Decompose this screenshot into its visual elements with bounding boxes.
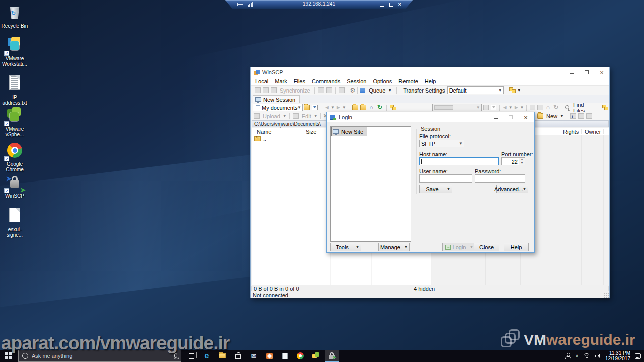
- taskbar-vmware-workstation[interactable]: [262, 350, 276, 362]
- back-icon[interactable]: ◄: [324, 105, 330, 110]
- manage-dropdown-icon[interactable]: ▼: [402, 243, 409, 251]
- parent-directory-row[interactable]: ..: [253, 136, 266, 142]
- tab-new-session[interactable]: New Session: [253, 95, 300, 103]
- taskbar-clock[interactable]: 11:31 PM 12/19/2017: [605, 350, 630, 361]
- desktop-icon-recycle-bin[interactable]: ↻ Recycle Bin: [0, 4, 29, 29]
- local-drive-combo[interactable]: My documents ▼: [253, 104, 303, 111]
- help-button[interactable]: Help: [504, 243, 529, 251]
- action-center-icon[interactable]: [635, 353, 641, 359]
- new-icon: [537, 113, 543, 119]
- back-dropdown-icon[interactable]: ▼: [331, 105, 335, 110]
- console-icon[interactable]: [326, 87, 332, 93]
- console-minimize-icon[interactable]: [380, 6, 384, 7]
- session-icon: [255, 97, 261, 102]
- root-directory-icon[interactable]: [360, 105, 366, 110]
- taskbar-mail[interactable]: ✉: [247, 350, 261, 362]
- wifi-icon[interactable]: [583, 353, 590, 359]
- people-icon[interactable]: [565, 353, 571, 359]
- forward-icon[interactable]: ►: [336, 105, 341, 110]
- winscp-titlebar[interactable]: WinSCP: [251, 67, 609, 77]
- taskbar-chrome[interactable]: [293, 350, 307, 362]
- new-dropdown-icon[interactable]: ▼: [560, 114, 564, 118]
- filter-icon[interactable]: [312, 105, 318, 110]
- site-item-new-site[interactable]: New Site: [331, 127, 367, 136]
- desktop-icon-vmware-vsphere[interactable]: ↗ VMware vSphe...: [0, 107, 29, 137]
- taskbar-store[interactable]: [231, 350, 245, 362]
- vmware-workstation-icon: ↗: [5, 37, 24, 55]
- user-name-input[interactable]: [419, 174, 472, 183]
- preset-dropdown-icon[interactable]: ▼: [517, 88, 521, 93]
- column-name[interactable]: Name: [257, 129, 271, 135]
- forward-dropdown-icon[interactable]: ▼: [342, 105, 346, 110]
- open-in-explorer-icon[interactable]: [390, 105, 396, 110]
- desktop-icon-esxui-cert[interactable]: esxui-signe...: [0, 208, 29, 238]
- watermark-vm-text: VM: [524, 331, 546, 348]
- tools-dropdown-icon[interactable]: ▼: [354, 243, 361, 251]
- save-dropdown-icon[interactable]: ▼: [445, 185, 452, 193]
- commander-layout-icon[interactable]: [255, 87, 261, 93]
- parent-directory-icon[interactable]: [352, 105, 358, 110]
- taskbar-notepad[interactable]: [278, 350, 292, 362]
- refresh-icon[interactable]: ↻: [377, 105, 383, 110]
- speaker-icon[interactable]: [595, 353, 601, 359]
- new-button[interactable]: New: [546, 113, 557, 119]
- login-minimize-button[interactable]: [488, 112, 503, 122]
- advanced-dropdown-icon[interactable]: ▼: [521, 185, 528, 193]
- chrome-icon: [297, 352, 304, 359]
- open-directory-icon[interactable]: [304, 105, 310, 110]
- menu-commands[interactable]: Commands: [312, 78, 340, 84]
- taskbar-vsphere[interactable]: [309, 350, 323, 362]
- console-close-icon[interactable]: ×: [398, 2, 401, 7]
- home-directory-icon[interactable]: ⌂: [368, 105, 375, 110]
- queue-button[interactable]: Queue: [369, 87, 385, 94]
- spin-up-icon[interactable]: ▲: [519, 158, 525, 161]
- menu-local[interactable]: Local: [255, 78, 268, 84]
- transfer-preset-icon[interactable]: [509, 87, 516, 93]
- menu-options[interactable]: Options: [373, 78, 392, 84]
- login-close-button[interactable]: ×: [518, 112, 533, 122]
- resize-grip[interactable]: [604, 293, 609, 298]
- desktop-icon-label: IP address.txt: [0, 95, 29, 106]
- tray-expand-icon[interactable]: ∧: [575, 353, 579, 358]
- explorer-layout-icon[interactable]: [263, 87, 269, 93]
- menu-session[interactable]: Session: [347, 78, 366, 84]
- menu-mark[interactable]: Mark: [275, 78, 287, 84]
- transfer-settings-combo[interactable]: Default ▼: [447, 86, 504, 94]
- close-button[interactable]: ×: [594, 67, 609, 77]
- tools-button[interactable]: Tools ▼: [330, 243, 361, 251]
- menu-remote[interactable]: Remote: [398, 78, 418, 84]
- file-protocol-combo[interactable]: SFTP ▼: [419, 140, 464, 147]
- console-restore-icon[interactable]: [389, 3, 393, 7]
- desktop-icon-winscp[interactable]: ➤➤↗ WinSCP: [0, 174, 29, 199]
- desktop-icon-ip-address-txt[interactable]: IP address.txt: [0, 75, 29, 106]
- chevron-down-icon: ▼: [498, 88, 502, 93]
- advanced-button[interactable]: Advanced... ▼: [496, 185, 528, 193]
- host-name-input[interactable]: [419, 157, 499, 165]
- close-button[interactable]: Close: [474, 243, 499, 251]
- queue-dropdown-icon[interactable]: ▼: [388, 88, 392, 93]
- column-owner[interactable]: Owner: [585, 129, 601, 135]
- save-button[interactable]: Save ▼: [419, 185, 452, 193]
- sync-browsing-icon[interactable]: [271, 87, 277, 93]
- transfer-icon[interactable]: [318, 87, 324, 93]
- sync-icon[interactable]: [339, 87, 345, 93]
- column-size[interactable]: Size: [306, 129, 316, 135]
- taskbar-winscp-active[interactable]: ➤: [325, 350, 339, 362]
- site-list[interactable]: New Site: [330, 126, 411, 242]
- desktop-icon-google-chrome[interactable]: ↗ Google Chrome: [0, 142, 29, 172]
- minimize-button[interactable]: [564, 67, 579, 77]
- desktop-icon-vmware-workstation[interactable]: ↗ VMware Workstati...: [0, 37, 29, 67]
- password-input[interactable]: [475, 174, 525, 183]
- menu-files[interactable]: Files: [294, 78, 305, 84]
- port-number-spinner[interactable]: 22 ▲ ▼: [501, 157, 525, 165]
- column-rights[interactable]: Rights: [563, 129, 579, 135]
- manage-button[interactable]: Manage ▼: [378, 243, 410, 251]
- add-bookmark-icon[interactable]: [602, 105, 608, 110]
- gear-icon[interactable]: ⚙: [350, 87, 356, 94]
- maximize-button[interactable]: [579, 67, 594, 77]
- spin-down-icon[interactable]: ▼: [519, 161, 525, 165]
- vm-console-bar[interactable]: 192.168.1.241 ×: [225, 0, 413, 9]
- menu-help[interactable]: Help: [425, 78, 436, 84]
- synchronize-button[interactable]: Synchronize: [280, 87, 310, 94]
- microphone-icon[interactable]: [174, 353, 177, 358]
